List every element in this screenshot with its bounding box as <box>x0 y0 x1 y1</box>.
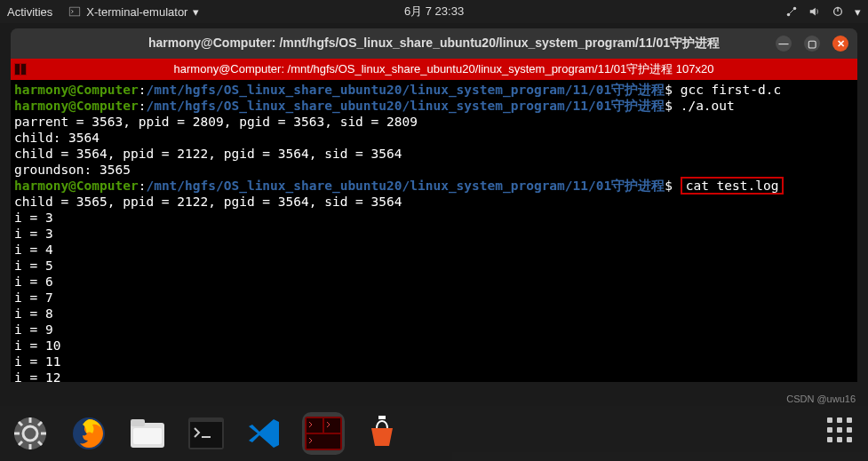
terminal-output[interactable]: harmony@Computer:/mnt/hgfs/OS_linux_shar… <box>11 80 857 382</box>
prompt-user: harmony@Computer <box>14 179 139 193</box>
svg-rect-24 <box>190 422 222 448</box>
dock-vscode[interactable] <box>243 412 286 455</box>
svg-rect-22 <box>133 428 162 444</box>
out-line: i = 7 <box>14 290 53 305</box>
prompt-path: /mnt/hgfs/OS_linux_share_ubuntu20/linux_… <box>146 179 665 193</box>
cmd-1: gcc first-d.c <box>673 83 781 97</box>
prompt-sym: $ <box>665 83 673 97</box>
dock-files[interactable] <box>126 412 169 455</box>
clock[interactable]: 6月 7 23:33 <box>404 4 464 20</box>
out-line: groundson: 3565 <box>14 163 131 177</box>
prompt-user: harmony@Computer <box>14 83 139 97</box>
close-button[interactable]: ✕ <box>832 36 848 52</box>
svg-rect-8 <box>21 64 26 75</box>
network-icon <box>785 5 798 18</box>
terminal-tab-bar: harmony@Computer: /mnt/hgfs/OS_linux_sha… <box>11 59 857 80</box>
watermark: CSDN @uwu16 <box>786 393 856 404</box>
dock <box>0 406 868 461</box>
dock-software[interactable] <box>361 412 403 455</box>
tab-split-icon[interactable] <box>11 63 30 76</box>
out-line: i = 3 <box>14 227 53 241</box>
app-menu-label: X-terminal-emulator <box>86 5 187 19</box>
out-line: i = 4 <box>14 242 53 257</box>
activities-button[interactable]: Activities <box>7 5 52 19</box>
out-line: i = 8 <box>14 306 53 321</box>
gnome-top-bar: Activities X-terminal-emulator ▾ 6月 7 23… <box>0 0 868 23</box>
out-line: parrent = 3563, ppid = 2809, pgid = 3563… <box>14 115 418 129</box>
svg-rect-28 <box>324 418 340 433</box>
out-line: i = 9 <box>14 322 53 337</box>
chevron-down-icon: ▾ <box>855 5 861 19</box>
minimize-button[interactable]: — <box>776 36 792 52</box>
apps-grid-icon <box>827 417 832 423</box>
power-icon <box>832 5 844 18</box>
out-line: i = 12 <box>14 370 60 382</box>
volume-icon <box>808 5 821 18</box>
window-title: harmony@Computer: /mnt/hgfs/OS_linux_sha… <box>148 36 720 52</box>
out-line: i = 5 <box>14 258 53 273</box>
dock-firefox[interactable] <box>68 412 110 455</box>
prompt-sym: $ <box>665 99 673 113</box>
terminal-app-icon <box>68 5 81 18</box>
out-line: child = 3564, ppid = 2122, pgid = 3564, … <box>14 147 402 161</box>
dock-terminator[interactable] <box>302 412 345 455</box>
window-titlebar[interactable]: harmony@Computer: /mnt/hgfs/OS_linux_sha… <box>11 28 857 59</box>
dock-terminal[interactable] <box>185 412 227 455</box>
svg-rect-21 <box>131 419 145 426</box>
out-line: i = 6 <box>14 274 53 289</box>
prompt-path: /mnt/hgfs/OS_linux_share_ubuntu20/linux_… <box>146 99 665 113</box>
prompt-sym: $ <box>665 179 673 193</box>
app-menu[interactable]: X-terminal-emulator ▾ <box>68 5 199 19</box>
svg-rect-30 <box>378 416 386 419</box>
out-line: child = 3565, ppid = 2122, pgid = 3564, … <box>14 195 402 209</box>
show-apps-button[interactable] <box>827 417 859 449</box>
cmd-3-highlighted: cat test.log <box>681 177 784 195</box>
dock-settings[interactable] <box>9 412 52 455</box>
prompt-user: harmony@Computer <box>14 99 139 113</box>
out-line: child: 3564 <box>14 131 100 145</box>
cmd-2: ./a.out <box>673 99 735 113</box>
terminal-window: harmony@Computer: /mnt/hgfs/OS_linux_sha… <box>11 28 857 382</box>
system-tray[interactable]: ▾ <box>785 5 861 19</box>
svg-rect-7 <box>15 64 20 75</box>
out-line: i = 10 <box>14 338 60 353</box>
chevron-down-icon: ▾ <box>193 5 199 19</box>
out-line: i = 11 <box>14 354 60 369</box>
maximize-button[interactable]: ▢ <box>804 36 820 52</box>
out-line: i = 3 <box>14 211 53 225</box>
svg-rect-1 <box>70 8 80 16</box>
tab-title[interactable]: harmony@Computer: /mnt/hgfs/OS_linux_sha… <box>174 61 714 77</box>
prompt-path: /mnt/hgfs/OS_linux_share_ubuntu20/linux_… <box>146 83 665 97</box>
svg-rect-27 <box>307 418 323 433</box>
